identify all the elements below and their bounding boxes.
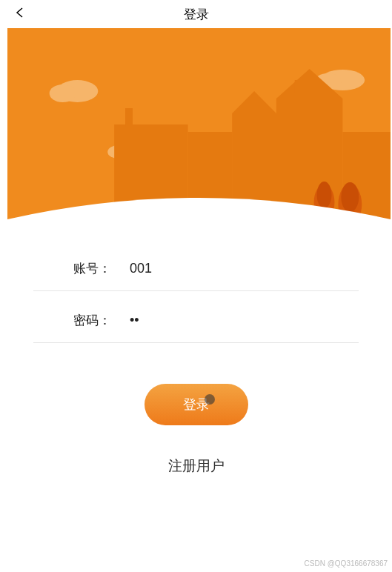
svg-point-17 — [317, 182, 332, 208]
password-input[interactable] — [130, 313, 359, 328]
login-form: 账号： 密码： — [0, 239, 392, 343]
password-row: 密码： — [33, 291, 359, 343]
account-input[interactable] — [130, 261, 359, 276]
password-label: 密码： — [33, 312, 130, 329]
svg-point-20 — [341, 182, 359, 212]
cursor-indicator — [205, 394, 215, 405]
back-icon[interactable] — [15, 7, 25, 21]
watermark: CSDN @QQ3166678367 — [305, 559, 388, 568]
header: 登录 — [0, 0, 392, 28]
login-button[interactable]: 登录 — [144, 384, 248, 425]
svg-rect-11 — [125, 108, 133, 127]
page-title: 登录 — [0, 6, 392, 23]
account-label: 账号： — [33, 260, 130, 277]
hero-illustration — [7, 28, 391, 232]
account-row: 账号： — [33, 239, 359, 291]
register-link[interactable]: 注册用户 — [0, 456, 392, 476]
svg-point-2 — [50, 84, 76, 102]
svg-rect-14 — [295, 80, 299, 93]
